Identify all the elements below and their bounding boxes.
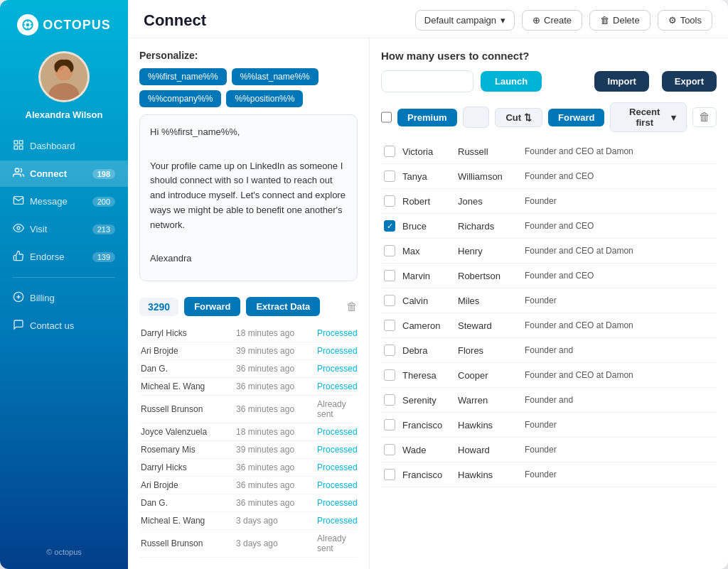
- tag-last-name[interactable]: %%last_name%%: [232, 68, 318, 85]
- activity-status: Already sent: [317, 533, 356, 553]
- user-row: Francisco Hawkins Founder: [381, 413, 717, 438]
- activity-name: Micheal E. Wang: [141, 516, 233, 526]
- endorse-icon: [13, 250, 24, 264]
- user-checkbox[interactable]: [384, 270, 395, 281]
- filter-recent-button[interactable]: Recent first ▾: [610, 102, 687, 132]
- delete-button[interactable]: 🗑 Delete: [589, 10, 651, 31]
- user-last-name: Miles: [458, 296, 522, 306]
- activity-time: 39 minutes ago: [236, 346, 314, 356]
- filter-premium-button[interactable]: Premium: [397, 109, 457, 126]
- user-first-name: Serenity: [398, 395, 455, 406]
- cut-label: Cut: [505, 112, 521, 123]
- user-checkbox[interactable]: [384, 195, 395, 207]
- sidebar-item-contact[interactable]: Contact us: [0, 313, 128, 339]
- tag-first-name[interactable]: %%first_name%%: [139, 68, 227, 85]
- activity-status: Processed: [317, 445, 358, 455]
- activity-status: Processed: [317, 364, 358, 374]
- user-checkbox[interactable]: [384, 469, 395, 480]
- user-checkbox[interactable]: [384, 369, 395, 381]
- tools-button[interactable]: ⚙ Tools: [658, 10, 712, 31]
- user-first-name: Theresa: [398, 370, 455, 381]
- personalize-label: Personalize:: [139, 50, 358, 61]
- export-button[interactable]: Export: [662, 71, 717, 92]
- filter-cut-button[interactable]: Cut ⇅: [495, 108, 542, 127]
- activity-row: Dan G. 36 minutes ago Processed: [139, 494, 358, 512]
- user-checkbox[interactable]: [384, 444, 395, 455]
- user-first-name: Bruce: [398, 221, 455, 232]
- svg-point-14: [15, 168, 18, 172]
- user-checkbox[interactable]: [384, 245, 395, 256]
- logo-icon: [17, 14, 38, 36]
- user-position: Founder and CEO: [525, 221, 714, 231]
- sidebar-item-label: Billing: [30, 293, 55, 303]
- activity-row: Rosemary Mis 39 minutes ago Processed: [139, 441, 358, 459]
- activity-name: Ari Brojde: [141, 480, 233, 490]
- forward-button[interactable]: Forward: [184, 297, 240, 316]
- svg-rect-13: [14, 146, 18, 149]
- sidebar-item-billing[interactable]: Billing: [0, 285, 128, 311]
- topbar: Connect Default campaign ▾ ⊕ Create 🗑 De…: [128, 0, 728, 38]
- launch-row: Launch Import Export: [381, 70, 717, 92]
- user-last-name: Steward: [458, 320, 522, 331]
- activity-status: Processed: [317, 346, 358, 356]
- create-button[interactable]: ⊕ Create: [522, 10, 582, 31]
- campaign-selector[interactable]: Default campaign ▾: [415, 10, 515, 31]
- user-last-name: Hawkins: [458, 470, 522, 480]
- user-position: Founder and: [525, 345, 714, 355]
- delete-activity-button[interactable]: 🗑: [346, 300, 358, 313]
- filter-forward-button[interactable]: Forward: [548, 109, 604, 126]
- tag-position[interactable]: %%position%%: [226, 90, 303, 107]
- user-first-name: Debra: [398, 345, 455, 356]
- avatar: [38, 51, 90, 102]
- message-box[interactable]: Hi %%first_name%%, Your profile came up …: [139, 114, 358, 281]
- user-row: Francisco Hawkins Founder: [381, 462, 717, 487]
- launch-input[interactable]: [381, 70, 473, 92]
- user-position: Founder and CEO at Damon: [525, 370, 714, 380]
- user-first-name: Marvin: [398, 271, 455, 281]
- activity-row: Ari Brojde 39 minutes ago Processed: [139, 342, 358, 360]
- user-checkbox[interactable]: [384, 394, 395, 406]
- select-all-checkbox[interactable]: [381, 112, 392, 123]
- user-checkbox[interactable]: [384, 295, 395, 306]
- sidebar: OCTOPUS Alexandra Wilson Dashboard: [0, 0, 128, 569]
- tools-label: Tools: [680, 15, 702, 26]
- filter-delete-button[interactable]: 🗑: [692, 107, 717, 127]
- user-checkbox[interactable]: [384, 170, 395, 182]
- user-first-name: Wade: [398, 445, 455, 455]
- user-table: Victoria Russell Founder and CEO at Damo…: [381, 139, 717, 569]
- sidebar-item-connect[interactable]: Connect 198: [0, 161, 128, 187]
- user-first-name: Robert: [398, 196, 455, 207]
- user-position: Founder: [525, 445, 714, 455]
- user-checkbox[interactable]: [384, 345, 395, 356]
- import-button[interactable]: Import: [594, 71, 648, 92]
- logo-text: OCTOPUS: [43, 18, 111, 33]
- user-last-name: Williamson: [458, 171, 522, 182]
- user-first-name: Calvin: [398, 296, 455, 306]
- activity-status: Processed: [317, 516, 358, 526]
- visit-badge: 213: [92, 224, 115, 234]
- activity-name: Rosemary Mis: [141, 445, 233, 455]
- user-first-name: Victoria: [398, 146, 455, 157]
- sidebar-item-message[interactable]: Message 200: [0, 188, 128, 215]
- visit-icon: [13, 222, 24, 236]
- extract-button[interactable]: Extract Data: [246, 297, 320, 316]
- user-checkbox[interactable]: [384, 320, 395, 331]
- user-checkbox[interactable]: [384, 419, 395, 430]
- user-last-name: Russell: [458, 146, 522, 157]
- sidebar-item-dashboard[interactable]: Dashboard: [0, 133, 128, 159]
- activity-name: Russell Brunson: [141, 404, 233, 414]
- launch-button[interactable]: Launch: [481, 71, 542, 92]
- sidebar-item-label: Connect: [30, 168, 67, 179]
- activity-time: 3 days ago: [236, 538, 314, 548]
- activity-status: Already sent: [317, 399, 356, 419]
- tag-company[interactable]: %%company%%: [139, 90, 221, 107]
- user-checkbox[interactable]: ✓: [384, 220, 395, 232]
- user-last-name: Howard: [458, 445, 522, 455]
- user-position: Founder and CEO at Damon: [525, 146, 714, 156]
- billing-icon: [13, 291, 24, 305]
- sidebar-item-endorse[interactable]: Endorse 139: [0, 244, 128, 270]
- activity-time: 36 minutes ago: [236, 498, 314, 508]
- user-checkbox[interactable]: [384, 146, 395, 157]
- activity-time: 18 minutes ago: [236, 328, 314, 338]
- sidebar-item-visit[interactable]: Visit 213: [0, 216, 128, 242]
